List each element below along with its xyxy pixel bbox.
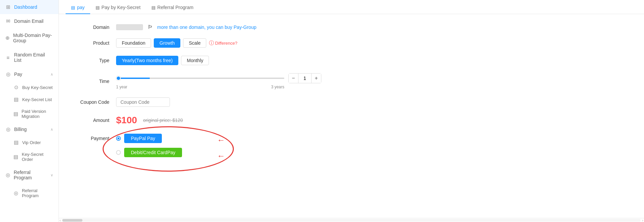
sidebar-item-key-secret-list[interactable]: ▤ Key-Secret List xyxy=(10,93,59,105)
card-pay-button[interactable]: Debit/Credit CardPay xyxy=(124,148,182,157)
product-foundation-button[interactable]: Foundation xyxy=(116,38,151,48)
sidebar-item-pay[interactable]: ◎ Pay ∧ xyxy=(0,67,59,81)
tab-pay-icon: ▤ xyxy=(71,5,75,10)
paypal-radio[interactable] xyxy=(116,136,121,141)
sidebar-label-pay: Pay xyxy=(14,72,22,77)
vip-order-icon: ▤ xyxy=(13,140,19,145)
domain-pay-group-link[interactable]: more than one domain, you can buy Pay-Gr… xyxy=(157,25,256,30)
difference-link[interactable]: ⓘ Difference? xyxy=(209,40,237,46)
product-content: Foundation Growth Scale ⓘ Difference? xyxy=(116,38,237,48)
product-scale-button[interactable]: Scale xyxy=(183,38,206,48)
scroll-right-arrow[interactable]: › xyxy=(641,218,643,222)
horizontal-scroll-track[interactable] xyxy=(62,219,641,222)
sidebar: ⊞ Dashboard ✉ Domain Email ⊕ Multi-Domai… xyxy=(0,0,59,222)
sidebar-label-multi-domain: Multi-Domain Pay-Group xyxy=(13,33,53,43)
sidebar-item-referral-sub[interactable]: ◎ Referral Program xyxy=(10,185,59,202)
annotation-arrow2: ← xyxy=(217,151,225,161)
time-label: Time xyxy=(72,79,116,84)
type-monthly-button[interactable]: Monthly xyxy=(181,56,209,65)
scroll-left-arrow[interactable]: ‹ xyxy=(60,218,62,222)
main-content: Domain 🏳 more than one domain, you can b… xyxy=(59,14,644,218)
coupon-label: Coupon Code xyxy=(72,99,116,105)
tab-key-secret-icon: ▤ xyxy=(96,5,100,10)
slider-max-label: 3 years xyxy=(271,85,284,89)
time-content: − + 1 year 3 years xyxy=(116,73,321,89)
stepper-value-input[interactable] xyxy=(298,74,312,83)
payment-row: Payment ← ← PayPal xyxy=(72,134,631,157)
type-yearly-button[interactable]: Yearly(Two months free) xyxy=(116,56,178,65)
sidebar-item-paid-version-migration[interactable]: ▤ Paid Version Migration xyxy=(10,105,59,122)
stepper-plus-button[interactable]: + xyxy=(312,74,321,83)
amount-content: $100 original price: $120 xyxy=(116,115,183,126)
type-content: Yearly(Two months free) Monthly xyxy=(116,56,209,65)
referral-submenu: ◎ Referral Program xyxy=(0,185,59,202)
coupon-input[interactable] xyxy=(116,97,170,107)
payment-options: PayPal Pay Debit/Credit CardPay xyxy=(116,134,182,157)
type-label: Type xyxy=(72,58,116,63)
multi-domain-icon: ⊕ xyxy=(5,35,10,41)
sidebar-item-domain-email[interactable]: ✉ Domain Email xyxy=(0,14,59,28)
pay-submenu: ⊙ Buy Key-Secret ▤ Key-Secret List ▤ Pai… xyxy=(0,81,59,122)
sidebar-label-key-secret-order: Key-Secret Order xyxy=(22,152,53,162)
difference-icon: ⓘ xyxy=(209,40,214,46)
product-growth-button[interactable]: Growth xyxy=(154,38,180,48)
card-radio[interactable] xyxy=(116,150,121,155)
domain-content: 🏳 more than one domain, you can buy Pay-… xyxy=(116,24,256,30)
pay-arrow-icon: ∧ xyxy=(50,72,53,77)
domain-flag-icon: 🏳 xyxy=(148,24,153,30)
payment-content: ← ← PayPal Pay Debit/Credit CardPay xyxy=(116,134,182,157)
paid-migration-icon: ▤ xyxy=(13,111,18,117)
paypal-pay-button[interactable]: PayPal Pay xyxy=(124,134,162,143)
slider-labels: 1 year 3 years xyxy=(116,85,284,89)
annotation-arrow1: ← xyxy=(217,135,225,145)
payment-option-paypal: PayPal Pay xyxy=(116,134,182,143)
pay-icon: ◎ xyxy=(5,72,11,77)
sidebar-label-billing: Billing xyxy=(14,127,27,132)
product-row: Product Foundation Growth Scale ⓘ Differ… xyxy=(72,38,631,48)
sidebar-item-billing[interactable]: ◎ Billing ∧ xyxy=(0,122,59,136)
sidebar-item-multi-domain[interactable]: ⊕ Multi-Domain Pay-Group xyxy=(0,28,59,48)
sidebar-label-vip-order: Vip Order xyxy=(22,140,41,145)
random-email-icon: ≡ xyxy=(5,55,11,60)
sidebar-item-key-secret-order[interactable]: ▤ Key-Secret Order xyxy=(10,148,59,165)
time-row: Time − + 1 year 3 years xyxy=(72,73,631,89)
payment-label: Payment xyxy=(72,134,116,141)
amount-value: $100 xyxy=(116,115,137,126)
sidebar-label-domain-email: Domain Email xyxy=(14,18,43,24)
coupon-row: Coupon Code xyxy=(72,97,631,107)
billing-arrow-icon: ∧ xyxy=(50,127,53,132)
sidebar-item-vip-order[interactable]: ▤ Vip Order xyxy=(10,136,59,148)
domain-label: Domain xyxy=(72,25,116,30)
payment-option-card: Debit/Credit CardPay xyxy=(116,148,182,157)
sidebar-label-paid-migration: Paid Version Migration xyxy=(22,109,53,119)
tab-referral-program[interactable]: ▤ Referral Program xyxy=(146,1,199,14)
tab-referral-icon: ▤ xyxy=(151,5,155,10)
sidebar-item-dashboard[interactable]: ⊞ Dashboard xyxy=(0,0,59,14)
horizontal-scroll-thumb[interactable] xyxy=(62,219,82,222)
difference-label: Difference? xyxy=(215,41,237,46)
tab-pay[interactable]: ▤ pay xyxy=(66,1,90,14)
sidebar-item-referral-program[interactable]: ◎ Referral Program ∨ xyxy=(0,165,59,185)
sidebar-item-random-email[interactable]: ≡ Random Email List xyxy=(0,48,59,67)
tab-key-secret-label: Pay by Key-Secret xyxy=(102,5,141,10)
amount-label: Amount xyxy=(72,118,116,123)
referral-sub-icon: ◎ xyxy=(13,190,19,196)
referral-arrow-icon: ∨ xyxy=(50,173,53,177)
sidebar-label-referral: Referral Program xyxy=(14,170,47,180)
key-secret-order-icon: ▤ xyxy=(13,154,19,160)
domain-value xyxy=(116,24,143,30)
key-secret-list-icon: ▤ xyxy=(13,97,19,102)
slider-min-label: 1 year xyxy=(116,85,127,89)
type-row: Type Yearly(Two months free) Monthly xyxy=(72,56,631,65)
dashboard-icon: ⊞ xyxy=(5,4,11,10)
buy-key-secret-icon: ⊙ xyxy=(13,85,19,90)
coupon-content xyxy=(116,97,170,107)
time-slider[interactable] xyxy=(116,78,284,79)
email-icon: ✉ xyxy=(5,18,11,24)
slider-container: − + 1 year 3 years xyxy=(116,73,321,89)
tab-pay-by-key-secret[interactable]: ▤ Pay by Key-Secret xyxy=(90,1,146,14)
product-label: Product xyxy=(72,40,116,46)
stepper-minus-button[interactable]: − xyxy=(289,74,298,83)
tab-pay-label: pay xyxy=(77,5,85,10)
sidebar-item-buy-key-secret[interactable]: ⊙ Buy Key-Secret xyxy=(10,81,59,93)
